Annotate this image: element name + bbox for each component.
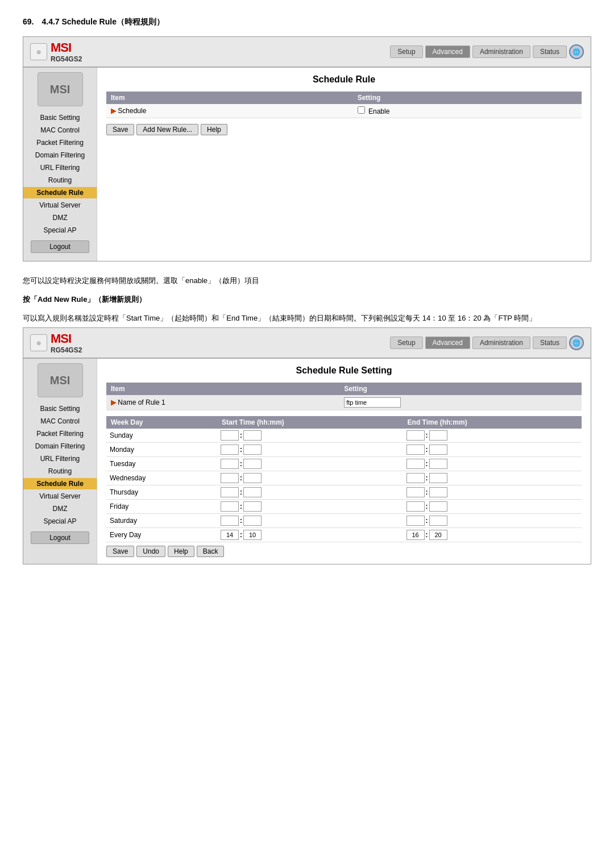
panel1-btn-row: Save Add New Rule... Help <box>106 124 582 135</box>
panel2-tab-setup[interactable]: Setup <box>390 337 422 349</box>
start-min-input-6[interactable] <box>243 516 262 526</box>
start-min-input-3[interactable] <box>243 473 262 483</box>
panel1-nav: Setup Advanced Administration Status 🌐 <box>390 44 584 59</box>
time-sep-start-0: : <box>240 431 242 439</box>
sidebar-item-schedule-rule-1[interactable]: Schedule Rule <box>23 187 97 198</box>
panel1-save-button[interactable]: Save <box>106 124 134 135</box>
end-hour-input-6[interactable] <box>406 516 425 526</box>
sidebar-item-basic-setting-1[interactable]: Basic Setting <box>23 112 97 123</box>
end-min-input-1[interactable] <box>429 445 447 455</box>
end-min-input-2[interactable] <box>429 459 447 469</box>
sidebar-item-logout-2[interactable]: Logout <box>31 531 89 544</box>
panel1-tab-advanced[interactable]: Advanced <box>425 45 470 58</box>
week-row: Wednesday:: <box>106 471 582 485</box>
panel1-content-title: Schedule Rule <box>106 74 582 85</box>
rule-name-input[interactable] <box>344 397 401 408</box>
sidebar-item-packet-filtering-1[interactable]: Packet Filtering <box>23 137 97 148</box>
time-sep-start-2: : <box>240 460 242 468</box>
end-time-cell-0: : <box>403 429 582 443</box>
end-hour-input-4[interactable] <box>406 487 425 497</box>
panel1-add-new-rule-button[interactable]: Add New Rule... <box>136 124 198 135</box>
sidebar-item-url-filtering-1[interactable]: URL Filtering <box>23 162 97 173</box>
sidebar-item-dmz-1[interactable]: DMZ <box>23 212 97 223</box>
week-row: Every Day:: <box>106 528 582 542</box>
end-hour-input-0[interactable] <box>406 430 425 441</box>
sidebar-item-mac-control-1[interactable]: MAC Control <box>23 124 97 136</box>
sidebar-item-domain-filtering-2[interactable]: Domain Filtering <box>23 441 97 452</box>
schedule-item-cell: ▶ Schedule <box>106 104 353 118</box>
end-hour-input-7[interactable] <box>406 530 425 540</box>
panel1-body: MSI Basic Setting MAC Control Packet Fil… <box>23 68 591 261</box>
start-min-input-4[interactable] <box>243 487 262 497</box>
sidebar-item-mac-control-2[interactable]: MAC Control <box>23 416 97 427</box>
panel2-back-button[interactable]: Back <box>197 546 225 557</box>
panel2-save-button[interactable]: Save <box>106 546 134 557</box>
panel1-help-button[interactable]: Help <box>201 124 227 135</box>
panel2-main: Schedule Rule Setting Item Setting ▶ Nam… <box>97 359 591 564</box>
sidebar-item-logout-1[interactable]: Logout <box>31 240 89 253</box>
sidebar-item-url-filtering-2[interactable]: URL Filtering <box>23 453 97 464</box>
end-hour-input-3[interactable] <box>406 473 425 483</box>
week-row: Thursday:: <box>106 485 582 500</box>
panel2-tab-administration[interactable]: Administration <box>472 337 530 349</box>
start-hour-input-0[interactable] <box>221 430 239 441</box>
end-min-input-4[interactable] <box>429 487 447 497</box>
panel2-content-title: Schedule Rule Setting <box>106 366 582 376</box>
msi-icon-1: ⊕ <box>30 43 47 60</box>
end-hour-input-2[interactable] <box>406 459 425 469</box>
end-hour-input-1[interactable] <box>406 445 425 455</box>
end-time-cell-3: : <box>403 471 582 485</box>
panel2-col-setting: Setting <box>339 383 582 395</box>
panel2-tab-advanced[interactable]: Advanced <box>425 337 470 349</box>
panel2-undo-button[interactable]: Undo <box>136 546 165 557</box>
panel1-sidebar: MSI Basic Setting MAC Control Packet Fil… <box>23 68 97 261</box>
end-time-cell-2: : <box>403 457 582 471</box>
sidebar-logo-1: MSI <box>38 72 83 106</box>
end-hour-input-5[interactable] <box>406 501 425 512</box>
enable-checkbox-1[interactable] <box>358 106 365 114</box>
week-row: Friday:: <box>106 500 582 514</box>
panel1-tab-setup[interactable]: Setup <box>390 45 422 58</box>
start-min-input-1[interactable] <box>243 445 262 455</box>
panel2-week-table: Week Day Start Time (hh:mm) End Time (hh… <box>106 416 582 542</box>
msi-icon-2: ⊕ <box>30 334 47 351</box>
name-label-cell: ▶ Name of Rule 1 <box>106 395 339 410</box>
sidebar-item-special-ap-2[interactable]: Special AP <box>23 516 97 527</box>
end-min-input-3[interactable] <box>429 473 447 483</box>
panel2-logo: ⊕ MSI RG54GS2 <box>30 331 82 354</box>
sidebar-item-dmz-2[interactable]: DMZ <box>23 503 97 514</box>
sidebar-item-packet-filtering-2[interactable]: Packet Filtering <box>23 428 97 439</box>
day-cell-1: Monday <box>106 443 217 457</box>
end-min-input-7[interactable] <box>429 530 447 540</box>
start-hour-input-2[interactable] <box>221 459 239 469</box>
start-hour-input-3[interactable] <box>221 473 239 483</box>
sidebar-item-virtual-server-1[interactable]: Virtual Server <box>23 200 97 211</box>
end-min-input-5[interactable] <box>429 501 447 512</box>
start-hour-input-1[interactable] <box>221 445 239 455</box>
sidebar-item-virtual-server-2[interactable]: Virtual Server <box>23 491 97 502</box>
start-min-input-7[interactable] <box>243 530 262 540</box>
panel2-help-button[interactable]: Help <box>168 546 194 557</box>
sidebar-item-basic-setting-2[interactable]: Basic Setting <box>23 403 97 414</box>
sidebar-item-special-ap-1[interactable]: Special AP <box>23 225 97 236</box>
start-min-input-0[interactable] <box>243 430 262 441</box>
paragraph1: 您可以設定時程決定服務何時開放或關閉。選取「enable」（啟用）項目 <box>23 275 591 287</box>
sidebar-item-schedule-rule-2[interactable]: Schedule Rule <box>23 478 97 489</box>
panel2-sidebar: MSI Basic Setting MAC Control Packet Fil… <box>23 359 97 564</box>
end-min-input-0[interactable] <box>429 430 447 441</box>
start-hour-input-6[interactable] <box>221 516 239 526</box>
panel1-tab-administration[interactable]: Administration <box>472 45 530 58</box>
start-hour-input-5[interactable] <box>221 501 239 512</box>
panel2-tab-status[interactable]: Status <box>533 337 567 349</box>
msi-logo-1: MSI <box>51 40 82 55</box>
start-min-input-2[interactable] <box>243 459 262 469</box>
panel1-tab-status[interactable]: Status <box>533 45 567 58</box>
start-min-input-5[interactable] <box>243 501 262 512</box>
sidebar-item-routing-2[interactable]: Routing <box>23 466 97 477</box>
start-hour-input-7[interactable] <box>221 530 239 540</box>
panel2-btn-row: Save Undo Help Back <box>106 546 582 557</box>
end-min-input-6[interactable] <box>429 516 447 526</box>
sidebar-item-domain-filtering-1[interactable]: Domain Filtering <box>23 149 97 161</box>
start-hour-input-4[interactable] <box>221 487 239 497</box>
sidebar-item-routing-1[interactable]: Routing <box>23 175 97 186</box>
